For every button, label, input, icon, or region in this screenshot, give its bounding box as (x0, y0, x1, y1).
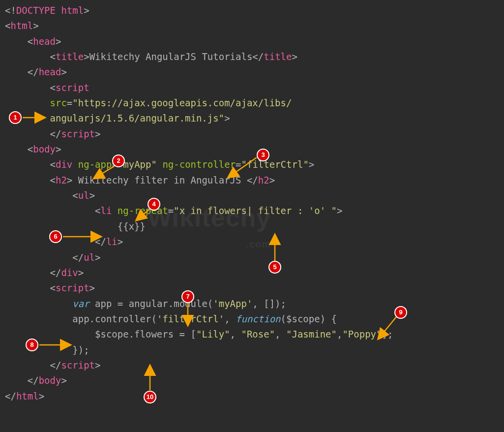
badge-10: 10 (144, 391, 156, 403)
badge-8: 8 (26, 339, 38, 351)
badge-3: 3 (257, 149, 269, 161)
badge-9: 9 (394, 306, 407, 319)
code-block: <!DOCTYPE html> <html> <head> <title>Wik… (5, 3, 499, 404)
badge-7: 7 (181, 290, 194, 303)
badge-6: 6 (49, 230, 62, 243)
badge-4: 4 (148, 198, 160, 211)
badge-1: 1 (9, 111, 22, 124)
badge-5: 5 (268, 261, 281, 274)
badge-2: 2 (112, 154, 125, 167)
